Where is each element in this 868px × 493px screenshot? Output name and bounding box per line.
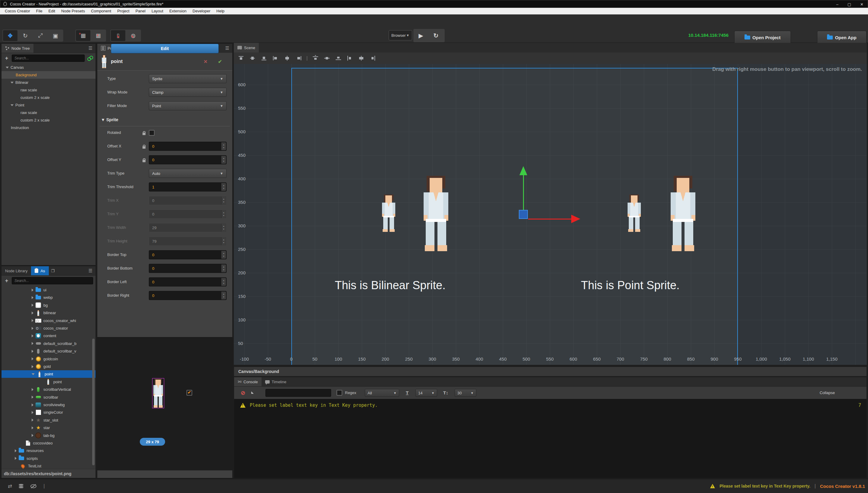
- tab-timeline[interactable]: Timeline: [261, 377, 290, 386]
- panel-menu-icon[interactable]: ☰: [225, 45, 229, 51]
- asset-item-point[interactable]: point: [1, 378, 95, 386]
- stepper-down-icon[interactable]: ▼: [223, 255, 225, 257]
- field-checkbox[interactable]: [149, 130, 155, 136]
- align-right-icon[interactable]: [295, 56, 302, 61]
- stepper-arrows[interactable]: ▲▼: [221, 278, 226, 286]
- expand-arrow-icon[interactable]: [32, 288, 33, 292]
- field-number-input[interactable]: 0▲▼: [149, 277, 227, 286]
- menu-item-help[interactable]: Help: [213, 8, 227, 15]
- add-node-button[interactable]: +: [4, 55, 9, 62]
- minimize-button[interactable]: –: [836, 2, 839, 7]
- stepper-arrows[interactable]: ▲▼: [221, 251, 226, 259]
- asset-item-bg[interactable]: bg: [1, 302, 95, 309]
- field-number-input[interactable]: 0▲▼: [149, 291, 227, 300]
- eye-off-icon[interactable]: [30, 484, 37, 489]
- menu-item-cocos-creator[interactable]: Cocos Creator: [2, 8, 33, 15]
- point-sprite-raw[interactable]: [627, 194, 642, 233]
- stepper-arrows[interactable]: ▲▼: [221, 264, 226, 272]
- expand-arrow-icon[interactable]: [32, 312, 33, 315]
- field-dropdown[interactable]: Point▼: [149, 101, 227, 110]
- asset-item-default-scrollbar-b[interactable]: default_scrollbar_b: [1, 340, 95, 347]
- clear-console-icon[interactable]: ⊘: [241, 390, 245, 396]
- menu-item-edit[interactable]: Edit: [45, 8, 58, 15]
- anchor-pivot-button[interactable]: ▦+: [76, 30, 90, 41]
- expand-arrow-icon[interactable]: [32, 373, 35, 375]
- stepper-arrows[interactable]: ▲▼: [221, 156, 226, 164]
- expand-arrow-icon[interactable]: [32, 357, 33, 360]
- stepper-down-icon[interactable]: ▼: [223, 188, 225, 189]
- stepper-up-icon[interactable]: ▲: [223, 252, 225, 254]
- field-number-input[interactable]: 1▲▼: [149, 183, 227, 191]
- node-tree-item-instruction[interactable]: Instruction: [1, 124, 95, 131]
- node-tree-item-custom-2-x-scale[interactable]: custom 2 x scale: [1, 116, 95, 124]
- node-tree-item-point[interactable]: Point: [1, 101, 95, 109]
- stepper-up-icon[interactable]: ▲: [223, 185, 225, 186]
- node-tree-item-custom-2-x-scale[interactable]: custom 2 x scale: [1, 94, 95, 101]
- play-button[interactable]: ▶: [413, 29, 429, 42]
- asset-item-scrollbarvertical[interactable]: scrollbarVertical: [1, 386, 95, 393]
- stepper-arrows[interactable]: ▲▼: [221, 292, 226, 299]
- database-icon[interactable]: [19, 484, 23, 489]
- menu-item-panel[interactable]: Panel: [133, 8, 149, 15]
- align-bottom-icon[interactable]: [261, 56, 268, 61]
- field-dropdown[interactable]: Sprite▼: [149, 74, 227, 83]
- pop-out-icon[interactable]: ❐: [51, 269, 55, 273]
- align-left-icon[interactable]: [272, 56, 279, 61]
- console-log[interactable]: Please set label text key in Text Key pr…: [234, 399, 867, 478]
- asset-item-tab-bg[interactable]: tab-bg: [1, 432, 95, 439]
- menu-item-project[interactable]: Project: [114, 8, 132, 15]
- expand-arrow-icon[interactable]: [10, 104, 14, 106]
- bilinear-sprite-raw[interactable]: [381, 194, 396, 233]
- asset-item-cocos-creator[interactable]: cocos_creator: [1, 324, 95, 332]
- add-asset-button[interactable]: +: [4, 278, 9, 284]
- assets-search-input[interactable]: [12, 277, 93, 284]
- menu-item-layout[interactable]: Layout: [149, 8, 166, 15]
- asset-item-webp[interactable]: webp: [1, 294, 95, 301]
- tab-console[interactable]: >≡ Console: [234, 377, 261, 386]
- point-sprite-2x[interactable]: [669, 175, 697, 252]
- asset-item-gold[interactable]: gold: [1, 363, 95, 370]
- dist-vcenter-icon[interactable]: [324, 56, 330, 61]
- revert-icon[interactable]: ✕: [204, 59, 208, 65]
- local-coords-button[interactable]: ▯↳: [111, 30, 125, 41]
- world-coords-button[interactable]: ◍↳: [126, 30, 140, 41]
- menu-item-extension[interactable]: Extension: [166, 8, 189, 15]
- refresh-button[interactable]: ↻: [429, 29, 443, 42]
- close-button[interactable]: ✕: [860, 2, 864, 7]
- asset-item-singlecolor[interactable]: singleColor: [1, 409, 95, 416]
- console-warning-row[interactable]: Please set label text key in Text Key pr…: [240, 403, 378, 408]
- field-dropdown[interactable]: Auto▼: [149, 169, 227, 178]
- menu-item-component[interactable]: Component: [88, 8, 114, 15]
- asset-item-testlist[interactable]: TestList: [1, 462, 95, 469]
- field-number-input[interactable]: 0▲▼: [149, 264, 227, 273]
- gizmo-origin-handle[interactable]: [519, 210, 528, 219]
- apply-icon[interactable]: ✔: [218, 59, 222, 65]
- expand-arrow-icon[interactable]: [32, 296, 33, 299]
- node-tree-item-canvas[interactable]: Canvas: [1, 64, 95, 71]
- menu-item-file[interactable]: File: [33, 8, 45, 15]
- console-filter-input[interactable]: [266, 389, 331, 397]
- asset-item-resources[interactable]: resources: [1, 447, 95, 454]
- stepper-down-icon[interactable]: ▼: [223, 282, 225, 284]
- center-pivot-button[interactable]: ▦+: [91, 30, 106, 41]
- expand-arrow-icon[interactable]: [32, 304, 33, 307]
- asset-item-bilinear[interactable]: bilinear: [1, 309, 95, 317]
- expand-arrow-icon[interactable]: [32, 404, 33, 406]
- expand-arrow-icon[interactable]: [15, 457, 17, 460]
- expand-arrow-icon[interactable]: [32, 411, 33, 414]
- expand-arrow-icon[interactable]: [32, 426, 33, 429]
- scale-tool-button[interactable]: ⤢: [33, 30, 48, 41]
- sync-icon[interactable]: ⇄: [8, 483, 12, 489]
- open-app-button[interactable]: Open App: [817, 31, 867, 44]
- stepper-up-icon[interactable]: ▲: [223, 266, 225, 268]
- expand-arrow-icon[interactable]: [6, 67, 9, 68]
- link-icon[interactable]: [87, 56, 93, 61]
- expand-arrow-icon[interactable]: [32, 434, 33, 437]
- gizmo-y-axis-arrow[interactable]: [520, 166, 527, 175]
- tab-node-library[interactable]: Node Library: [1, 266, 31, 275]
- align-vcenter-icon[interactable]: [249, 56, 256, 61]
- node-tree-search-input[interactable]: [12, 55, 85, 62]
- asset-item-point[interactable]: point: [1, 370, 95, 378]
- expand-arrow-icon[interactable]: [32, 319, 33, 322]
- node-tree-item-raw-scale[interactable]: raw scale: [1, 86, 95, 94]
